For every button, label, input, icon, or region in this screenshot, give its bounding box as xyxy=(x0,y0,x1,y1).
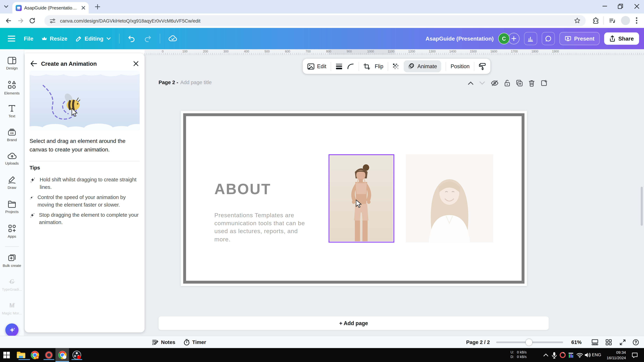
volume-tray-icon[interactable] xyxy=(583,350,592,360)
sidebar-item-typegradient[interactable]: G TypeGradi... xyxy=(0,278,24,292)
move-page-up-icon[interactable] xyxy=(468,81,474,85)
window-restore-button[interactable] xyxy=(618,4,623,9)
close-icon[interactable] xyxy=(133,61,139,66)
page-label: Page 2 - xyxy=(158,79,178,85)
window-minimize-button[interactable] xyxy=(602,5,608,7)
user-avatar[interactable]: C xyxy=(498,33,510,44)
bookmark-star-icon[interactable] xyxy=(574,17,581,24)
create-animation-panel: Create an Animation xyxy=(25,53,144,333)
forward-icon[interactable] xyxy=(17,17,24,24)
slide-image-faded[interactable] xyxy=(406,154,493,243)
sidebar-item-magic-morph[interactable]: M Magic Mor... xyxy=(0,301,24,315)
invite-member-button[interactable] xyxy=(508,33,520,44)
slide-body-text[interactable]: Presentations Templates are communicatio… xyxy=(214,211,312,244)
zoom-slider[interactable] xyxy=(496,342,563,343)
language-indicator[interactable]: ENG xyxy=(592,352,601,357)
notes-button[interactable]: Notes xyxy=(152,336,175,348)
slide-image-selected[interactable] xyxy=(329,154,394,243)
sidebar-item-brand[interactable]: co Brand xyxy=(0,128,24,142)
comments-button[interactable] xyxy=(542,32,555,45)
position-button[interactable]: Position xyxy=(450,63,470,69)
browser-profile-avatar[interactable] xyxy=(621,16,630,25)
comment-icon xyxy=(545,35,552,42)
file-menu[interactable]: File xyxy=(24,35,34,42)
address-bar[interactable]: canva.com/design/DAGVkiHetoQ/xg918aqyEr0… xyxy=(44,15,586,26)
stroke-weight-icon[interactable] xyxy=(336,63,343,69)
crop-icon[interactable] xyxy=(364,63,370,70)
chrome-icon[interactable] xyxy=(30,350,40,360)
edit-image-button[interactable]: Edit xyxy=(307,63,326,70)
tab-close-icon[interactable] xyxy=(82,6,86,10)
sidebar-item-text[interactable]: Text xyxy=(0,104,24,118)
copy-style-icon[interactable] xyxy=(479,63,486,70)
microphone-tray-icon[interactable] xyxy=(549,350,559,360)
page-title-input[interactable]: Add page title xyxy=(180,79,212,85)
add-page-icon[interactable] xyxy=(540,79,548,86)
start-button[interactable] xyxy=(2,350,12,360)
url-text[interactable]: canva.com/design/DAGVkiHetoQ/xg918aqyEr0… xyxy=(60,18,574,23)
resize-button[interactable]: Resize xyxy=(42,35,68,42)
lock-page-icon[interactable] xyxy=(504,79,510,86)
tab-title: AsapGuide (Presentation) - Pre xyxy=(24,5,79,10)
chrome-active-icon[interactable] xyxy=(58,350,68,360)
sidebar-item-projects[interactable]: Projects xyxy=(0,200,24,214)
help-button[interactable] xyxy=(632,339,639,346)
browser-tab[interactable]: AsapGuide (Presentation) - Pre xyxy=(12,2,89,14)
redo-icon[interactable] xyxy=(144,35,152,42)
sidebar-item-design[interactable]: Design xyxy=(0,57,24,70)
fullscreen-button[interactable] xyxy=(619,339,626,346)
undo-icon[interactable] xyxy=(128,35,136,42)
portrait-photo xyxy=(406,154,493,243)
document-title[interactable]: AsapGuide (Presentation) xyxy=(426,35,494,42)
present-button[interactable]: Present xyxy=(559,32,600,45)
tab-search-icon[interactable] xyxy=(3,4,9,9)
editing-mode-dropdown[interactable]: Editing xyxy=(76,35,111,42)
network-speed: U: 0 kB/s D: 0 kB/s xyxy=(510,350,526,360)
crown-icon xyxy=(42,36,48,41)
obs-icon[interactable] xyxy=(72,350,82,360)
notification-center-icon[interactable] xyxy=(630,350,640,360)
zoom-slider-thumb[interactable] xyxy=(526,339,532,346)
line-curve-icon[interactable] xyxy=(347,63,354,69)
recorder-app-icon[interactable] xyxy=(44,350,54,360)
reload-icon[interactable] xyxy=(29,17,36,24)
sidebar-item-apps[interactable]: Apps xyxy=(0,224,24,238)
active-app-highlight[interactable] xyxy=(56,348,69,362)
grid-view-button[interactable] xyxy=(592,339,598,346)
back-icon[interactable] xyxy=(30,61,37,66)
sidebar-item-uploads[interactable]: Uploads xyxy=(0,152,24,165)
site-settings-icon[interactable] xyxy=(49,17,56,24)
transparency-icon[interactable] xyxy=(393,63,400,70)
insights-button[interactable] xyxy=(524,32,537,45)
hamburger-menu-icon[interactable] xyxy=(7,35,16,42)
media-controls-icon[interactable] xyxy=(609,17,616,24)
ruler-tick: 1000 xyxy=(367,50,374,53)
add-page-button[interactable]: + Add page xyxy=(158,316,549,330)
window-close-button[interactable] xyxy=(634,4,640,9)
file-explorer-icon[interactable] xyxy=(16,350,26,360)
slide-page-2[interactable]: ABOUT Presentations Templates are commun… xyxy=(181,111,527,286)
new-tab-button[interactable] xyxy=(95,4,100,9)
sidebar-item-bulk-create[interactable]: Bulk create xyxy=(0,254,24,268)
clock[interactable]: 09:34 16/11/2024 xyxy=(603,350,626,361)
back-icon[interactable] xyxy=(5,17,12,24)
magic-assistant-fab[interactable] xyxy=(6,323,18,337)
extensions-icon[interactable] xyxy=(592,17,599,24)
chevron-down-icon xyxy=(106,37,111,40)
share-button[interactable]: Share xyxy=(604,32,639,44)
canvas-scrollbar[interactable] xyxy=(641,187,643,226)
panel-title: Create an Animation xyxy=(41,60,129,67)
hide-page-icon[interactable] xyxy=(491,80,499,86)
duplicate-page-icon[interactable] xyxy=(516,79,523,86)
delete-page-icon[interactable] xyxy=(529,79,535,86)
sidebar-item-elements[interactable]: Elements xyxy=(0,80,24,95)
animate-button[interactable]: Animate xyxy=(404,60,441,72)
timer-button[interactable]: Timer xyxy=(184,336,206,348)
monitor-tray-icon[interactable] xyxy=(566,350,576,360)
browser-menu-icon[interactable] xyxy=(636,17,637,24)
move-page-down-icon[interactable] xyxy=(479,81,485,85)
sidebar-item-draw[interactable]: Draw xyxy=(0,176,24,190)
flip-button[interactable]: Flip xyxy=(375,63,383,69)
grid-pages-button[interactable] xyxy=(605,339,612,346)
slide-heading[interactable]: ABOUT xyxy=(214,181,271,198)
